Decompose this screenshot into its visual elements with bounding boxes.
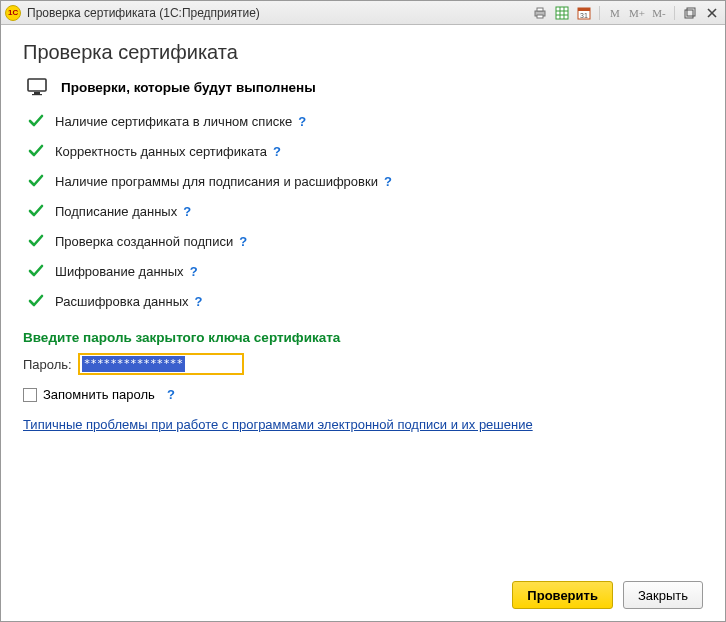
memory-mminus-button[interactable]: M- bbox=[650, 4, 668, 22]
password-label: Пароль: bbox=[23, 357, 72, 372]
footer: Проверить Закрыть bbox=[23, 571, 703, 609]
svg-rect-1 bbox=[537, 8, 543, 11]
password-value: *************** bbox=[82, 356, 185, 372]
check-label: Наличие сертификата в личном списке bbox=[55, 114, 292, 129]
check-row: Наличие программы для подписания и расши… bbox=[23, 166, 703, 196]
print-icon[interactable] bbox=[531, 4, 549, 22]
window: Проверка сертификата (1С:Предприятие) 31… bbox=[0, 0, 726, 622]
svg-rect-2 bbox=[537, 15, 543, 18]
remember-help-icon[interactable]: ? bbox=[167, 387, 175, 402]
check-label: Проверка созданной подписи bbox=[55, 234, 233, 249]
grid-icon[interactable] bbox=[553, 4, 571, 22]
check-row: Расшифровка данных? bbox=[23, 286, 703, 316]
svg-rect-15 bbox=[28, 79, 46, 91]
checkmark-icon bbox=[27, 292, 55, 310]
titlebar: Проверка сертификата (1С:Предприятие) 31… bbox=[1, 1, 725, 25]
check-row: Подписание данных? bbox=[23, 196, 703, 226]
monitor-icon bbox=[27, 78, 47, 96]
page-title: Проверка сертификата bbox=[23, 41, 703, 64]
window-title: Проверка сертификата (1С:Предприятие) bbox=[27, 6, 531, 20]
checkmark-icon bbox=[27, 262, 55, 280]
check-help-icon[interactable]: ? bbox=[183, 204, 191, 219]
svg-rect-9 bbox=[578, 8, 590, 11]
check-help-icon[interactable]: ? bbox=[384, 174, 392, 189]
check-help-icon[interactable]: ? bbox=[239, 234, 247, 249]
check-label: Шифрование данных bbox=[55, 264, 184, 279]
check-label: Корректность данных сертификата bbox=[55, 144, 267, 159]
check-help-icon[interactable]: ? bbox=[195, 294, 203, 309]
checkmark-icon bbox=[27, 112, 55, 130]
remember-checkbox[interactable] bbox=[23, 388, 37, 402]
check-label: Наличие программы для подписания и расши… bbox=[55, 174, 378, 189]
svg-rect-3 bbox=[556, 7, 568, 19]
close-button[interactable]: Закрыть bbox=[623, 581, 703, 609]
check-row: Наличие сертификата в личном списке? bbox=[23, 106, 703, 136]
password-row: Пароль: *************** bbox=[23, 353, 703, 375]
memory-m-button[interactable]: M bbox=[606, 4, 624, 22]
remember-row: Запомнить пароль ? bbox=[23, 387, 703, 402]
check-row: Проверка созданной подписи? bbox=[23, 226, 703, 256]
close-icon[interactable] bbox=[703, 4, 721, 22]
checks-header-label: Проверки, которые будут выполнены bbox=[61, 80, 316, 95]
troubleshooting-link[interactable]: Типичные проблемы при работе с программа… bbox=[23, 416, 703, 434]
checkmark-icon bbox=[27, 172, 55, 190]
checkmark-icon bbox=[27, 232, 55, 250]
svg-rect-17 bbox=[32, 94, 42, 95]
window-restore-icon[interactable] bbox=[681, 4, 699, 22]
checks-header-row: Проверки, которые будут выполнены bbox=[23, 78, 703, 96]
titlebar-controls: 31 M M+ M- bbox=[531, 4, 721, 22]
svg-rect-11 bbox=[685, 10, 693, 18]
check-label: Подписание данных bbox=[55, 204, 177, 219]
content: Проверка сертификата Проверки, которые б… bbox=[1, 25, 725, 621]
svg-text:31: 31 bbox=[580, 12, 588, 19]
check-list: Наличие сертификата в личном списке?Корр… bbox=[23, 106, 703, 316]
memory-mplus-button[interactable]: M+ bbox=[628, 4, 646, 22]
check-help-icon[interactable]: ? bbox=[273, 144, 281, 159]
password-prompt: Введите пароль закрытого ключа сертифика… bbox=[23, 330, 703, 345]
check-help-icon[interactable]: ? bbox=[190, 264, 198, 279]
checkmark-icon bbox=[27, 202, 55, 220]
svg-rect-16 bbox=[34, 92, 40, 94]
calendar-icon[interactable]: 31 bbox=[575, 4, 593, 22]
checkmark-icon bbox=[27, 142, 55, 160]
check-help-icon[interactable]: ? bbox=[298, 114, 306, 129]
svg-rect-12 bbox=[687, 8, 695, 16]
password-input[interactable]: *************** bbox=[78, 353, 244, 375]
remember-label: Запомнить пароль bbox=[43, 387, 155, 402]
app-icon bbox=[5, 5, 21, 21]
check-label: Расшифровка данных bbox=[55, 294, 189, 309]
check-button[interactable]: Проверить bbox=[512, 581, 613, 609]
check-row: Шифрование данных? bbox=[23, 256, 703, 286]
check-row: Корректность данных сертификата? bbox=[23, 136, 703, 166]
